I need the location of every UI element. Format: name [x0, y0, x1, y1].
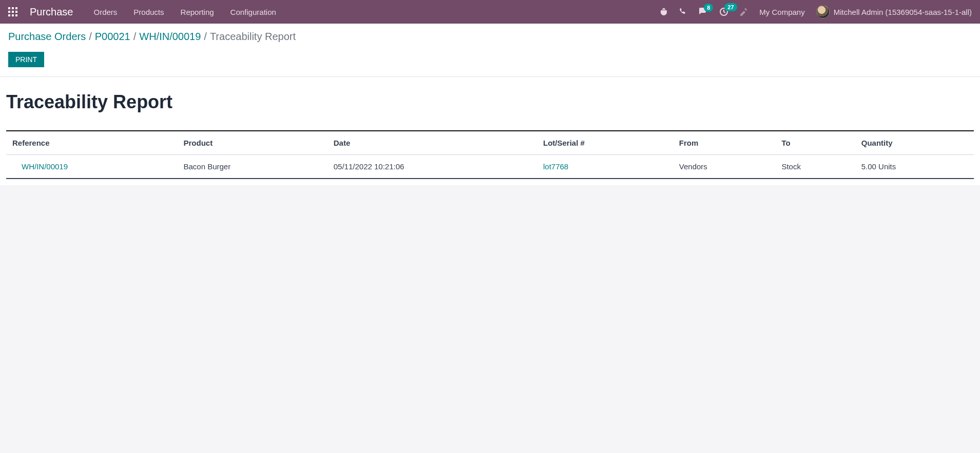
- apps-icon[interactable]: [8, 7, 17, 16]
- svg-rect-4: [12, 11, 14, 13]
- breadcrumb-separator: /: [133, 31, 137, 43]
- messages-icon[interactable]: 8: [699, 8, 708, 16]
- menu-reporting[interactable]: Reporting: [181, 8, 214, 16]
- breadcrumb-current: Traceability Report: [210, 31, 296, 43]
- breadcrumb-purchase-orders[interactable]: Purchase Orders: [8, 31, 86, 43]
- breadcrumb-whin00019[interactable]: WH/IN/00019: [139, 31, 201, 43]
- col-quantity: Quantity: [855, 131, 974, 155]
- user-menu[interactable]: Mitchell Admin (15369054-saas-15-1-all): [816, 5, 972, 18]
- activities-badge: 27: [724, 3, 737, 11]
- svg-rect-3: [8, 11, 10, 13]
- breadcrumb-separator: /: [204, 31, 207, 43]
- table-row: WH/IN/00019 Bacon Burger 05/11/2022 10:2…: [6, 155, 974, 179]
- avatar: [816, 5, 830, 18]
- col-to: To: [775, 131, 855, 155]
- svg-rect-6: [8, 14, 10, 16]
- company-switcher[interactable]: My Company: [759, 8, 804, 16]
- svg-rect-5: [15, 11, 17, 13]
- navbar-right: 8 27 My Company Mitchell Admin (15369054…: [660, 5, 972, 18]
- breadcrumb: Purchase Orders / P00021 / WH/IN/00019 /…: [8, 31, 972, 43]
- menu-configuration[interactable]: Configuration: [230, 8, 276, 16]
- cell-lot: lot7768: [537, 155, 673, 179]
- menu-orders[interactable]: Orders: [94, 8, 118, 16]
- report-content: Traceability Report Reference Product Da…: [0, 77, 980, 185]
- col-lot: Lot/Serial #: [537, 131, 673, 155]
- col-product: Product: [177, 131, 327, 155]
- nav-menu: Orders Products Reporting Configuration: [94, 8, 276, 16]
- control-panel-buttons: PRINT: [8, 52, 972, 67]
- messages-badge: 8: [704, 4, 713, 12]
- report-title: Traceability Report: [6, 91, 974, 113]
- lot-link[interactable]: lot7768: [543, 162, 568, 171]
- svg-rect-0: [8, 7, 10, 9]
- svg-rect-1: [12, 7, 14, 9]
- menu-products[interactable]: Products: [133, 8, 164, 16]
- col-date: Date: [328, 131, 537, 155]
- cell-reference: WH/IN/00019: [6, 155, 177, 179]
- breadcrumb-separator: /: [89, 31, 92, 43]
- col-reference: Reference: [6, 131, 177, 155]
- user-name: Mitchell Admin (15369054-saas-15-1-all): [834, 8, 972, 16]
- reference-link[interactable]: WH/IN/00019: [22, 162, 68, 171]
- cell-from: Vendors: [673, 155, 776, 179]
- activities-icon[interactable]: 27: [719, 7, 728, 16]
- print-button[interactable]: PRINT: [8, 52, 44, 67]
- phone-icon[interactable]: [679, 8, 687, 16]
- cell-to: Stock: [775, 155, 855, 179]
- svg-rect-2: [15, 7, 17, 9]
- col-from: From: [673, 131, 776, 155]
- app-title[interactable]: Purchase: [30, 6, 73, 18]
- tools-icon[interactable]: [740, 8, 748, 16]
- svg-rect-7: [12, 14, 14, 16]
- content-wrapper: Traceability Report Reference Product Da…: [0, 77, 980, 185]
- breadcrumb-p00021[interactable]: P00021: [95, 31, 130, 43]
- control-panel: Purchase Orders / P00021 / WH/IN/00019 /…: [0, 24, 980, 77]
- traceability-table: Reference Product Date Lot/Serial # From…: [6, 130, 974, 179]
- bug-icon[interactable]: [660, 8, 668, 16]
- navbar-left: Purchase Orders Products Reporting Confi…: [8, 6, 276, 18]
- cell-date: 05/11/2022 10:21:06: [328, 155, 537, 179]
- svg-rect-8: [15, 14, 17, 16]
- cell-quantity: 5.00 Units: [855, 155, 974, 179]
- table-header-row: Reference Product Date Lot/Serial # From…: [6, 131, 974, 155]
- main-navbar: Purchase Orders Products Reporting Confi…: [0, 0, 980, 24]
- cell-product: Bacon Burger: [177, 155, 327, 179]
